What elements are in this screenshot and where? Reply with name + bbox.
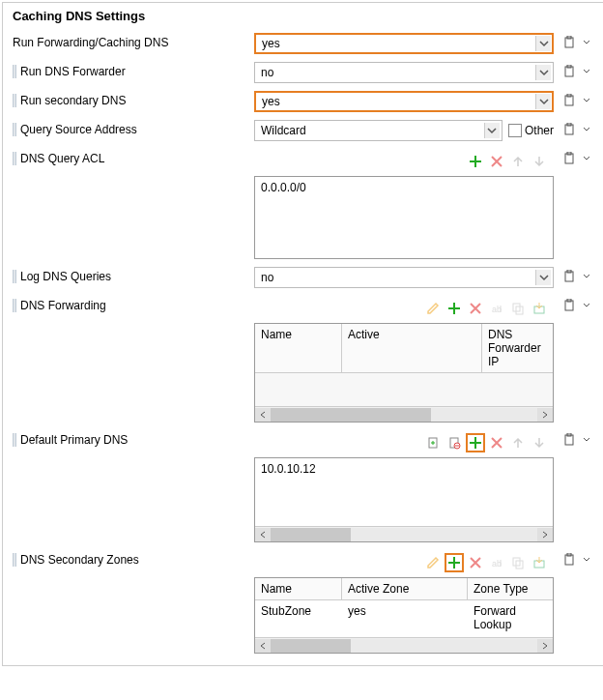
clipboard-icon[interactable] xyxy=(561,64,577,79)
forwarding-toolbar: ab xyxy=(254,296,554,321)
add-icon[interactable] xyxy=(466,152,485,171)
cell-name: StubZone xyxy=(255,600,342,635)
copy-icon[interactable] xyxy=(508,299,528,318)
arrow-up-icon[interactable] xyxy=(508,152,528,171)
column-header[interactable]: Name xyxy=(255,578,342,599)
drag-handle-icon xyxy=(13,553,16,567)
field-label: Run Forwarding/Caching DNS xyxy=(13,36,168,49)
add-icon[interactable] xyxy=(466,433,485,452)
clipboard-icon[interactable] xyxy=(561,432,577,448)
primary-dns-list[interactable]: 10.0.10.12 xyxy=(254,457,554,542)
chevron-down-icon xyxy=(535,94,551,109)
field-label: Log DNS Queries xyxy=(20,270,111,283)
copy-icon[interactable] xyxy=(508,553,528,572)
rename-icon[interactable]: ab xyxy=(487,553,506,572)
chevron-down-icon[interactable] xyxy=(579,298,594,313)
edit-icon[interactable] xyxy=(423,299,443,318)
other-checkbox[interactable] xyxy=(508,124,522,137)
clipboard-icon[interactable] xyxy=(561,122,577,137)
table-body[interactable]: StubZone yes Forward Lookup xyxy=(255,600,553,653)
delete-page-icon[interactable] xyxy=(445,433,464,452)
horizontal-scrollbar[interactable] xyxy=(255,406,553,422)
clipboard-icon[interactable] xyxy=(561,552,577,568)
new-page-icon[interactable] xyxy=(423,433,443,452)
field-label: DNS Query ACL xyxy=(20,152,104,165)
run-forwarding-caching-select[interactable]: yes xyxy=(254,33,554,54)
svg-rect-26 xyxy=(534,561,544,568)
arrow-down-icon[interactable] xyxy=(530,433,549,452)
table-row[interactable]: StubZone yes Forward Lookup xyxy=(255,600,553,635)
table-body[interactable] xyxy=(255,373,553,422)
rename-icon[interactable]: ab xyxy=(487,299,506,318)
import-icon[interactable] xyxy=(530,299,549,318)
secondary-zones-toolbar: ab xyxy=(254,550,554,575)
log-dns-queries-select[interactable]: no xyxy=(254,267,554,288)
arrow-up-icon[interactable] xyxy=(508,433,528,452)
clipboard-icon[interactable] xyxy=(561,298,577,313)
list-item[interactable]: 0.0.0.0/0 xyxy=(261,181,547,194)
scroll-left-icon[interactable] xyxy=(255,528,271,541)
drag-handle-icon xyxy=(13,270,16,283)
drag-handle-icon xyxy=(13,299,16,312)
list-item[interactable]: 10.0.10.12 xyxy=(261,462,547,476)
clipboard-icon[interactable] xyxy=(561,269,577,284)
chevron-down-icon xyxy=(484,123,500,138)
column-header[interactable]: DNS Forwarder IP xyxy=(482,324,553,372)
clipboard-icon[interactable] xyxy=(561,151,577,166)
delete-icon[interactable] xyxy=(466,553,485,572)
chevron-down-icon xyxy=(535,270,551,285)
cell-type: Forward Lookup xyxy=(468,600,553,635)
run-secondary-dns-select[interactable]: yes xyxy=(254,91,554,112)
chevron-down-icon[interactable] xyxy=(579,64,594,79)
arrow-down-icon[interactable] xyxy=(530,152,549,171)
field-label: Run secondary DNS xyxy=(20,94,126,107)
column-header[interactable]: Active xyxy=(342,324,482,372)
edit-icon[interactable] xyxy=(423,553,443,572)
horizontal-scrollbar[interactable] xyxy=(255,526,553,541)
clipboard-icon[interactable] xyxy=(561,93,577,108)
add-icon[interactable] xyxy=(445,299,464,318)
chevron-down-icon[interactable] xyxy=(579,35,594,50)
acl-list[interactable]: 0.0.0.0/0 xyxy=(254,176,554,259)
drag-handle-icon xyxy=(13,152,16,165)
column-header[interactable]: Name xyxy=(255,324,342,372)
scroll-right-icon[interactable] xyxy=(537,528,553,541)
drag-handle-icon xyxy=(13,433,16,447)
select-value: no xyxy=(261,66,273,79)
scroll-left-icon[interactable] xyxy=(255,639,271,653)
scroll-right-icon[interactable] xyxy=(537,408,553,422)
scroll-left-icon[interactable] xyxy=(255,408,271,422)
delete-icon[interactable] xyxy=(466,299,485,318)
column-header[interactable]: Zone Type xyxy=(468,578,553,599)
other-label: Other xyxy=(525,124,554,137)
chevron-down-icon xyxy=(535,36,551,51)
select-value: yes xyxy=(262,95,280,108)
cell-active: yes xyxy=(342,600,468,635)
column-header[interactable]: Active Zone xyxy=(342,578,468,599)
chevron-down-icon[interactable] xyxy=(579,93,594,108)
chevron-down-icon[interactable] xyxy=(579,269,594,284)
delete-icon[interactable] xyxy=(487,152,506,171)
field-label: Default Primary DNS xyxy=(20,433,128,447)
chevron-down-icon[interactable] xyxy=(579,432,594,448)
add-icon[interactable] xyxy=(445,553,464,572)
scroll-right-icon[interactable] xyxy=(537,639,553,653)
import-icon[interactable] xyxy=(530,553,549,572)
forwarding-table: Name Active DNS Forwarder IP xyxy=(254,323,554,423)
query-source-address-select[interactable]: Wildcard xyxy=(254,120,502,141)
select-value: Wildcard xyxy=(261,124,306,137)
drag-handle-icon xyxy=(13,94,16,107)
select-value: no xyxy=(261,271,273,284)
chevron-down-icon xyxy=(535,65,551,80)
drag-handle-icon xyxy=(13,123,16,136)
field-label: Query Source Address xyxy=(20,123,137,136)
field-label: DNS Forwarding xyxy=(20,299,106,312)
delete-icon[interactable] xyxy=(487,433,506,452)
drag-handle-icon xyxy=(13,65,16,78)
clipboard-icon[interactable] xyxy=(561,35,577,50)
chevron-down-icon[interactable] xyxy=(579,151,594,166)
chevron-down-icon[interactable] xyxy=(579,122,594,137)
run-dns-forwarder-select[interactable]: no xyxy=(254,62,554,83)
chevron-down-icon[interactable] xyxy=(579,552,594,568)
horizontal-scrollbar[interactable] xyxy=(255,637,553,653)
